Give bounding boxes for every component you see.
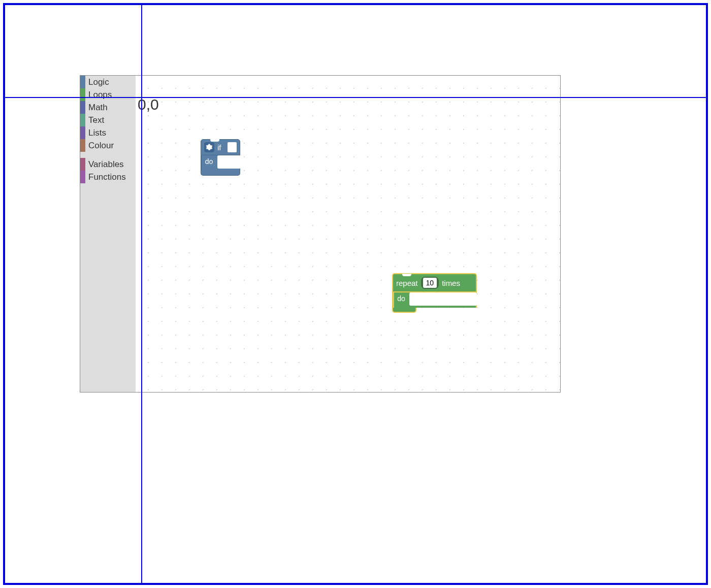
blockly-workspace: Logic Loops Math Text Lists Colour Varia… (80, 75, 561, 393)
category-label: Variables (85, 159, 124, 170)
category-logic[interactable]: Logic (80, 76, 136, 88)
category-color-swatch (80, 139, 85, 152)
category-color-swatch (80, 101, 85, 114)
do-label: do (201, 155, 216, 171)
toolbox: Logic Loops Math Text Lists Colour Varia… (80, 76, 136, 392)
category-label: Logic (85, 77, 109, 87)
block-notch (210, 139, 219, 142)
gear-icon-svg (206, 144, 213, 151)
category-variables[interactable]: Variables (80, 158, 136, 171)
category-color-swatch (80, 76, 85, 88)
statement-slot[interactable] (409, 292, 477, 306)
grid-background (136, 76, 560, 392)
category-color-swatch (80, 171, 85, 183)
do-label: do (393, 292, 408, 308)
category-label: Lists (85, 128, 106, 138)
repeat-block-body[interactable]: do (392, 292, 477, 308)
if-block-body[interactable]: do (201, 155, 240, 171)
repeat-block-header[interactable]: repeat 10 times (392, 273, 477, 292)
category-separator (80, 152, 136, 158)
debug-crosshair-horizontal (4, 97, 707, 98)
category-label: Functions (85, 172, 126, 182)
category-loops[interactable]: Loops (80, 88, 136, 101)
debug-crosshair-vertical (141, 4, 142, 584)
category-label: Math (85, 103, 108, 113)
condition-input-socket[interactable] (228, 142, 237, 152)
category-color-swatch (80, 88, 85, 101)
if-block-header[interactable]: if (201, 139, 240, 155)
count-input-wrap[interactable]: 10 (421, 277, 439, 289)
repeat-block-footer[interactable] (392, 308, 416, 313)
repeat-block[interactable]: repeat 10 times do (392, 273, 477, 313)
category-label: Text (85, 115, 104, 125)
category-color-swatch (80, 158, 85, 171)
category-math[interactable]: Math (80, 101, 136, 114)
category-color-swatch (80, 126, 85, 139)
repeat-label: repeat (396, 279, 418, 287)
statement-slot[interactable] (217, 155, 241, 169)
category-text[interactable]: Text (80, 114, 136, 126)
gear-icon[interactable] (204, 142, 214, 152)
category-label: Loops (85, 90, 112, 100)
if-block[interactable]: if do (201, 139, 240, 176)
count-input[interactable]: 10 (423, 278, 437, 288)
block-notch (402, 274, 411, 276)
category-color-swatch (80, 114, 85, 126)
if-label: if (217, 143, 221, 152)
times-label: times (442, 279, 460, 287)
category-lists[interactable]: Lists (80, 126, 136, 139)
category-label: Colour (85, 141, 114, 151)
category-colour[interactable]: Colour (80, 139, 136, 152)
blockly-canvas[interactable]: 0,0 if do repeat 10 (136, 76, 560, 392)
category-functions[interactable]: Functions (80, 171, 136, 183)
if-block-footer[interactable] (201, 171, 240, 176)
